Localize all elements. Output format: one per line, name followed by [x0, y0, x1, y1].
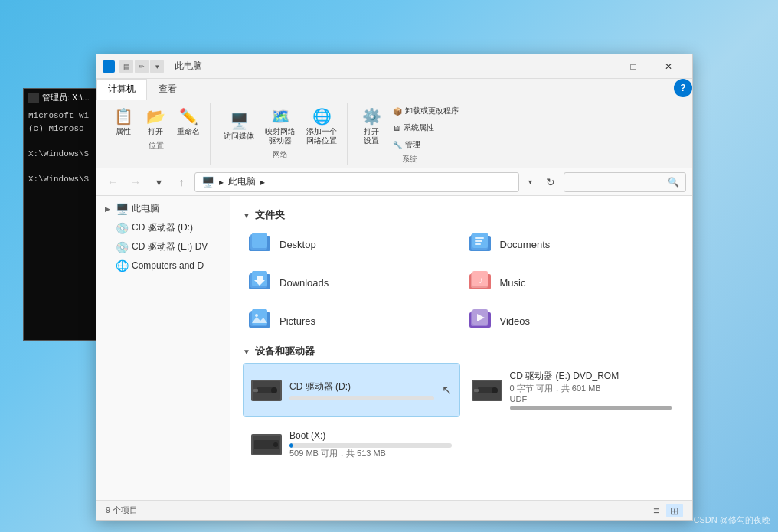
map-drive-icon: 🗺️ — [270, 106, 291, 127]
videos-folder-icon — [469, 308, 494, 334]
status-bar: 9 个项目 ≡ ⊞ — [96, 500, 692, 520]
address-bar[interactable]: 🖥️ ▸ 此电脑 ▸ — [194, 172, 519, 192]
grid-view-button[interactable]: ⊞ — [666, 504, 683, 517]
svg-point-20 — [255, 314, 258, 317]
ribbon-group-label-system: 系统 — [402, 154, 417, 165]
boot-x-drive-icon — [251, 431, 282, 459]
cd-e-name: CD 驱动器 (E:) DVD_ROM — [510, 370, 672, 383]
folder-item-music[interactable]: ♪ Music — [463, 265, 681, 300]
address-separator-2: ▸ — [260, 177, 265, 188]
system-sub-buttons: 📦 卸载或更改程序 🖥 系统属性 🔧 管理 — [389, 103, 463, 152]
device-item-cd-e[interactable]: CD 驱动器 (E:) DVD_ROM 0 字节 可用，共 601 MB UDF — [463, 363, 681, 417]
search-icon: 🔍 — [668, 177, 679, 188]
sidebar: ▶ 🖥️ 此电脑 💿 CD 驱动器 (D:) 💿 CD 驱动器 (E:) DV … — [96, 196, 230, 500]
device-item-boot-x[interactable]: Boot (X:) 509 MB 可用，共 513 MB — [243, 423, 460, 466]
properties-icon: 📋 — [113, 106, 134, 127]
forward-button[interactable]: → — [126, 172, 145, 192]
svg-rect-30 — [253, 389, 258, 392]
ribbon-content: 📋 属性 📂 打开 ✏️ 重命名 位置 — [96, 100, 692, 168]
tab-view[interactable]: 查看 — [147, 79, 188, 100]
address-dropdown[interactable]: ▾ — [522, 172, 538, 192]
explorer-app-icon — [103, 60, 115, 73]
ribbon-btn-settings[interactable]: ⚙️ 打开设置 — [357, 103, 386, 148]
device-item-cd-d[interactable]: CD 驱动器 (D:) ↖ — [243, 363, 460, 417]
svg-rect-2 — [252, 233, 267, 248]
up-button[interactable]: ↑ — [172, 172, 191, 192]
folder-item-videos[interactable]: Videos — [463, 303, 681, 338]
access-media-icon: 🖥️ — [228, 110, 250, 132]
recent-button[interactable]: ▾ — [149, 172, 168, 192]
search-bar[interactable]: 🔍 — [564, 172, 686, 192]
sidebar-item-cd-d[interactable]: 💿 CD 驱动器 (D:) — [96, 218, 230, 237]
sidebar-computers-icon: 🌐 — [115, 259, 129, 272]
ribbon-btn-rename[interactable]: ✏️ 重命名 — [173, 103, 204, 139]
quick-icon-1[interactable]: ▤ — [119, 60, 133, 73]
expand-icon: ▶ — [103, 204, 112, 214]
svg-rect-35 — [474, 389, 479, 392]
back-button[interactable]: ← — [103, 172, 123, 192]
sidebar-this-pc-icon: 🖥️ — [115, 203, 129, 215]
desktop-folder-label: Desktop — [279, 239, 316, 250]
pictures-folder-label: Pictures — [279, 315, 315, 327]
folder-item-pictures[interactable]: Pictures — [243, 303, 460, 338]
refresh-button[interactable]: ↻ — [541, 172, 561, 192]
close-button[interactable]: ✕ — [651, 54, 686, 79]
svg-point-39 — [273, 442, 278, 447]
ribbon-btn-uninstall[interactable]: 📦 卸载或更改程序 — [389, 103, 463, 119]
quick-icon-2[interactable]: ✏ — [135, 60, 149, 73]
cd-d-progress-bar-container — [289, 396, 434, 400]
devices-collapse-arrow[interactable]: ▼ — [243, 348, 250, 356]
list-view-button[interactable]: ≡ — [648, 504, 665, 517]
devices-section-title: 设备和驱动器 — [255, 344, 315, 358]
ribbon-tabs: 计算机 查看 ? — [96, 79, 692, 100]
sidebar-item-this-pc[interactable]: ▶ 🖥️ 此电脑 — [96, 199, 230, 218]
svg-rect-6 — [475, 237, 484, 239]
svg-text:♪: ♪ — [479, 275, 483, 286]
cd-d-name: CD 驱动器 (D:) — [289, 380, 434, 393]
folders-section-header: ▼ 文件夹 — [243, 208, 680, 222]
window-controls: ─ □ ✕ — [580, 54, 686, 79]
cd-e-drive-icon — [472, 377, 502, 404]
svg-point-34 — [492, 387, 498, 393]
ribbon-btn-properties[interactable]: 📋 属性 — [109, 103, 138, 139]
ribbon-btn-manage[interactable]: 🔧 管理 — [389, 137, 463, 152]
quick-icon-dropdown[interactable]: ▾ — [150, 60, 164, 73]
tab-computer[interactable]: 计算机 — [96, 79, 147, 100]
folder-item-desktop[interactable]: Desktop — [243, 227, 460, 262]
window-title: 此电脑 — [175, 60, 580, 73]
sidebar-item-cd-e[interactable]: 💿 CD 驱动器 (E:) DV — [96, 237, 230, 256]
maximize-button[interactable]: □ — [616, 54, 651, 79]
sidebar-cd-e-label: CD 驱动器 (E:) DV — [132, 240, 224, 253]
music-folder-label: Music — [500, 277, 526, 289]
pictures-folder-icon — [249, 308, 273, 334]
folder-item-downloads[interactable]: Downloads — [243, 265, 460, 300]
boot-x-name: Boot (X:) — [289, 430, 452, 441]
boot-x-info: Boot (X:) 509 MB 可用，共 513 MB — [289, 430, 452, 459]
address-text: 此电脑 — [228, 175, 256, 188]
view-buttons: ≡ ⊞ — [648, 504, 683, 517]
address-computer-icon: 🖥️ — [201, 176, 214, 188]
ribbon-btn-open[interactable]: 📂 打开 — [141, 103, 170, 139]
minimize-button[interactable]: ─ — [580, 54, 616, 79]
sidebar-cd-e-icon: 💿 — [115, 241, 129, 253]
folders-collapse-arrow[interactable]: ▼ — [243, 211, 250, 220]
address-separator-1: ▸ — [219, 177, 224, 188]
cmd-icon — [28, 93, 39, 103]
devices-grid: CD 驱动器 (D:) ↖ — [243, 363, 680, 469]
ribbon-btn-map-drive[interactable]: 🗺️ 映射网络驱动器 — [261, 103, 299, 148]
folder-grid: Desktop Documents — [243, 227, 680, 338]
ribbon-btn-add-network[interactable]: 🌐 添加一个网络位置 — [302, 103, 341, 148]
cd-e-info: CD 驱动器 (E:) DVD_ROM 0 字节 可用，共 601 MB UDF — [510, 370, 672, 410]
folder-item-documents[interactable]: Documents — [463, 227, 681, 262]
downloads-folder-icon — [249, 269, 273, 295]
ribbon-btn-system-props[interactable]: 🖥 系统属性 — [389, 120, 463, 135]
ribbon-btn-access-media[interactable]: 🖥️ 访问媒体 — [220, 108, 258, 143]
boot-x-details: 509 MB 可用，共 513 MB — [289, 448, 452, 459]
help-icon[interactable]: ? — [674, 79, 692, 97]
sidebar-item-computers[interactable]: 🌐 Computers and D — [96, 256, 230, 275]
cd-d-info: CD 驱动器 (D:) — [289, 380, 434, 400]
sidebar-this-pc-label: 此电脑 — [132, 202, 224, 215]
add-network-icon: 🌐 — [311, 106, 332, 127]
rename-icon: ✏️ — [178, 106, 199, 127]
music-folder-icon: ♪ — [469, 269, 494, 295]
